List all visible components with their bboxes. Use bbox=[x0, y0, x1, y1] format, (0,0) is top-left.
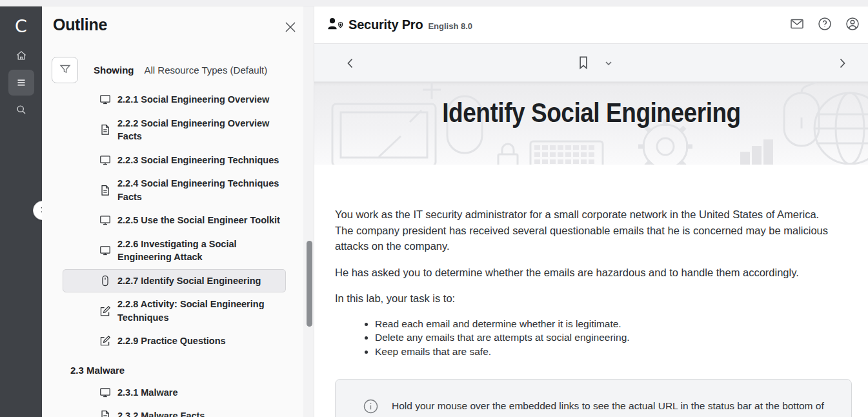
course-title: Security Pro bbox=[348, 17, 423, 32]
presentation-icon bbox=[98, 94, 112, 105]
resource-filter-row: Showing All Resource Types (Default) bbox=[52, 57, 267, 83]
mail-button[interactable] bbox=[789, 17, 805, 34]
document-icon bbox=[98, 410, 112, 417]
outline-item-label: 2.2.3 Social Engineering Techniques bbox=[117, 154, 279, 167]
task-intro-paragraph: In this lab, your task is to: bbox=[335, 290, 840, 307]
home-button[interactable] bbox=[8, 43, 34, 68]
outline-panel: Outline Showing All Resource Types (Defa… bbox=[42, 6, 314, 417]
main-content: Security Pro English 8.0 bbox=[314, 6, 868, 417]
search-button[interactable] bbox=[8, 97, 34, 123]
bookmark-button[interactable] bbox=[575, 54, 592, 71]
chevron-down-icon bbox=[603, 59, 614, 70]
outline-item[interactable]: 2.2.8 Activity: Social Engineering Techn… bbox=[63, 292, 286, 329]
info-icon bbox=[363, 399, 378, 416]
presentation-icon bbox=[98, 214, 112, 226]
lesson-hero-banner: Identify Social Engineering bbox=[314, 82, 868, 165]
outline-item[interactable]: 2.2.9 Practice Questions bbox=[63, 329, 286, 353]
outline-item-current[interactable]: 2.2.7 Identify Social Engineering bbox=[63, 269, 286, 293]
app-window: C bbox=[0, 0, 868, 417]
outline-item[interactable]: 2.2.4 Social Engineering Techniques Fact… bbox=[63, 172, 286, 208]
info-note-box: Hold your mouse over the embedded links … bbox=[335, 379, 852, 417]
activity-edit-icon bbox=[98, 335, 112, 347]
outline-item[interactable]: 2.2.1 Social Engineering Overview bbox=[63, 88, 286, 112]
outline-item-label: 2.2.9 Practice Questions bbox=[117, 334, 226, 348]
outline-scrollbar-thumb[interactable] bbox=[307, 241, 312, 327]
bookmark-menu-button[interactable] bbox=[603, 58, 614, 68]
filter-current-value: All Resource Types (Default) bbox=[145, 65, 268, 76]
chevron-right-icon bbox=[834, 62, 850, 73]
home-icon bbox=[15, 49, 28, 62]
outline-item[interactable]: 2.2.6 Investigating a Social Engineering… bbox=[63, 232, 286, 269]
filter-funnel-icon bbox=[58, 62, 72, 79]
filter-button[interactable] bbox=[52, 57, 78, 83]
filter-showing-label: Showing bbox=[94, 65, 134, 76]
bookmark-icon bbox=[575, 62, 592, 73]
mouse-lab-icon bbox=[98, 275, 112, 287]
outline-section-header[interactable]: 2.3 Malware bbox=[63, 360, 286, 381]
outline-item-label: 2.2.7 Identify Social Engineering bbox=[117, 274, 261, 288]
outline-item[interactable]: 2.3.1 Malware bbox=[63, 381, 286, 405]
outline-item[interactable]: 2.2.5 Use the Social Engineer Toolkit bbox=[63, 208, 286, 232]
search-icon bbox=[15, 103, 28, 116]
outline-item[interactable]: 2.2.2 Social Engineering Overview Facts bbox=[63, 112, 286, 148]
document-icon bbox=[98, 124, 112, 136]
app-logo: C bbox=[0, 10, 42, 41]
task-item: Read each email and determine whether it… bbox=[375, 317, 840, 331]
scenario-paragraph: You work as the IT security administrato… bbox=[335, 207, 840, 254]
outline-item[interactable]: 2.2.3 Social Engineering Techniques bbox=[63, 148, 286, 172]
task-list: Read each email and determine whether it… bbox=[375, 317, 840, 359]
info-note-text: Hold your mouse over the embedded links … bbox=[392, 398, 825, 417]
outline-item-label: 2.2.6 Investigating a Social Engineering… bbox=[117, 238, 284, 264]
presentation-icon bbox=[98, 387, 112, 398]
activity-edit-icon bbox=[98, 305, 112, 317]
course-header: Security Pro English 8.0 bbox=[314, 6, 868, 44]
outline-menu-button[interactable] bbox=[8, 70, 34, 96]
scenario-paragraph: He has asked you to determine whether th… bbox=[335, 265, 840, 281]
outline-panel-title: Outline bbox=[53, 15, 107, 34]
close-icon bbox=[283, 26, 298, 37]
outline-item-label: 2.2.5 Use the Social Engineer Toolkit bbox=[117, 214, 280, 227]
presentation-icon bbox=[98, 154, 112, 166]
outline-menu-icon bbox=[15, 76, 28, 89]
task-item: Keep emails that are safe. bbox=[375, 345, 840, 359]
outline-scrollbar-track[interactable] bbox=[303, 6, 314, 417]
next-lesson-button[interactable] bbox=[834, 56, 850, 71]
presentation-icon bbox=[98, 245, 112, 256]
outline-item-label: 2.3.2 Malware Facts bbox=[117, 409, 205, 417]
chevron-left-icon bbox=[343, 62, 358, 73]
lesson-body: You work as the IT security administrato… bbox=[335, 207, 840, 358]
document-icon bbox=[98, 185, 112, 196]
security-pro-logo-icon bbox=[326, 16, 343, 34]
lesson-title: Identify Social Engineering bbox=[348, 82, 836, 144]
previous-lesson-button[interactable] bbox=[343, 56, 358, 71]
mail-icon bbox=[789, 16, 805, 34]
outline-item-label: 2.2.8 Activity: Social Engineering Techn… bbox=[117, 298, 284, 324]
outline-item-label: 2.2.4 Social Engineering Techniques Fact… bbox=[117, 177, 284, 203]
outline-item[interactable]: 2.3.2 Malware Facts bbox=[63, 404, 286, 417]
account-icon bbox=[845, 16, 860, 34]
course-edition: English 8.0 bbox=[428, 21, 472, 31]
outline-item-label: 2.2.1 Social Engineering Overview bbox=[117, 93, 269, 107]
outline-item-label: 2.3.1 Malware bbox=[117, 386, 178, 400]
help-icon bbox=[817, 16, 833, 34]
outline-list: 2.2.1 Social Engineering Overview 2.2.2 … bbox=[63, 88, 286, 417]
account-button[interactable] bbox=[844, 17, 861, 34]
lesson-navbar bbox=[314, 44, 868, 82]
outline-item-label: 2.2.2 Social Engineering Overview Facts bbox=[117, 117, 284, 143]
top-strip bbox=[0, 0, 868, 6]
close-outline-button[interactable] bbox=[283, 19, 298, 35]
help-button[interactable] bbox=[816, 17, 833, 34]
task-item: Delete any emails that are attempts at s… bbox=[375, 331, 840, 345]
